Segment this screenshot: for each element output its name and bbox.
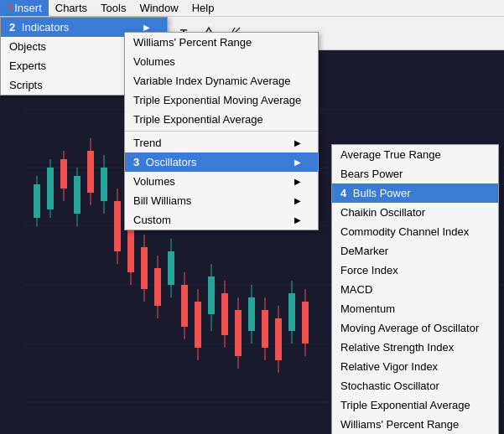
macd-item[interactable]: MACD bbox=[332, 280, 498, 299]
bulls-power-label: Bulls Power bbox=[353, 187, 411, 199]
williams-percent2-item[interactable]: Williams' Percent Range bbox=[332, 415, 498, 434]
bears-power-item[interactable]: Bears Power bbox=[332, 164, 498, 183]
relative-strength-label: Relative Strength Index bbox=[340, 341, 454, 354]
stochastic-label: Stochastic Oscillator bbox=[340, 380, 439, 392]
triple-exponential-ma-item[interactable]: Triple Exponential Moving Average bbox=[125, 90, 318, 110]
menu-charts[interactable]: Charts bbox=[49, 0, 94, 16]
macd-label: MACD bbox=[340, 283, 372, 296]
moving-average-osc-item[interactable]: Moving Average of Oscillator bbox=[332, 318, 498, 338]
triple-exponential-item[interactable]: Triple Exponential Average bbox=[125, 110, 318, 129]
triple-exponential-avg-item[interactable]: Triple Exponential Average bbox=[332, 395, 498, 415]
volumes-item[interactable]: Volumes bbox=[125, 52, 318, 71]
help-label: Help bbox=[192, 2, 215, 14]
chaikin-oscillator-label: Chaikin Oscillator bbox=[340, 206, 425, 219]
indicators-label: Indicators bbox=[22, 21, 69, 34]
trend-item[interactable]: Trend ▶ bbox=[125, 133, 318, 152]
relative-vigor-label: Relative Vigor Index bbox=[340, 360, 438, 373]
insert-label: Insert bbox=[14, 2, 42, 14]
indicators-badge: 2 bbox=[9, 21, 15, 34]
custom-item[interactable]: Custom ▶ bbox=[125, 210, 318, 230]
williams-percent2-label: Williams' Percent Range bbox=[340, 418, 459, 431]
trend-arrow: ▶ bbox=[294, 138, 301, 147]
triple-exponential-avg-label: Triple Exponential Average bbox=[340, 399, 470, 411]
triple-exponential-ma-label: Triple Exponential Moving Average bbox=[133, 94, 301, 106]
commodity-channel-item[interactable]: Commodity Channel Index bbox=[332, 222, 498, 241]
scripts-label: Scripts bbox=[9, 79, 43, 91]
moving-average-osc-label: Moving Average of Oscillator bbox=[340, 322, 479, 334]
indicators-submenu: Williams' Percent Range Volumes Variable… bbox=[124, 32, 319, 230]
commodity-channel-label: Commodity Channel Index bbox=[340, 225, 469, 238]
bill-williams-item[interactable]: Bill Williams ▶ bbox=[125, 191, 318, 210]
custom-arrow: ▶ bbox=[294, 215, 301, 225]
demarker-label: DeMarker bbox=[340, 245, 388, 257]
menu-bar: 1 Insert Charts Tools Window Help bbox=[0, 0, 504, 17]
bulls-power-item[interactable]: 4 Bulls Power bbox=[332, 183, 498, 203]
volumes2-arrow: ▶ bbox=[294, 177, 301, 186]
oscillators-label: Oscillators bbox=[146, 156, 197, 168]
volumes2-label: Volumes bbox=[133, 175, 175, 188]
window-label: Window bbox=[139, 2, 178, 14]
oscillators-badge: 3 bbox=[133, 156, 139, 168]
charts-label: Charts bbox=[55, 2, 87, 14]
williams-percent-item[interactable]: Williams' Percent Range bbox=[125, 33, 318, 52]
oscillators-submenu: Average True Range Bears Power 4 Bulls P… bbox=[331, 144, 499, 434]
average-true-range-item[interactable]: Average True Range bbox=[332, 145, 498, 164]
oscillators-arrow: ▶ bbox=[294, 158, 301, 167]
force-index-item[interactable]: Force Index bbox=[332, 261, 498, 280]
williams-percent-label: Williams' Percent Range bbox=[133, 36, 252, 49]
objects-label: Objects bbox=[9, 40, 46, 53]
experts-label: Experts bbox=[9, 59, 46, 72]
variable-index-label: Variable Index Dynamic Average bbox=[133, 75, 290, 87]
insert-badge: 1 bbox=[7, 2, 13, 14]
menu-window[interactable]: Window bbox=[132, 0, 184, 16]
stochastic-item[interactable]: Stochastic Oscillator bbox=[332, 376, 498, 395]
custom-label: Custom bbox=[133, 214, 171, 226]
indicators-arrow: ▶ bbox=[143, 23, 150, 32]
chaikin-oscillator-item[interactable]: Chaikin Oscillator bbox=[332, 203, 498, 222]
triple-exponential-label: Triple Exponential Average bbox=[133, 113, 263, 126]
volumes2-item[interactable]: Volumes ▶ bbox=[125, 172, 318, 191]
bulls-power-badge: 4 bbox=[340, 187, 346, 199]
variable-index-item[interactable]: Variable Index Dynamic Average bbox=[125, 71, 318, 90]
force-index-label: Force Index bbox=[340, 264, 398, 276]
bears-power-label: Bears Power bbox=[340, 168, 403, 180]
oscillators-item[interactable]: 3 Oscillators ▶ bbox=[125, 152, 318, 172]
menu-tools[interactable]: Tools bbox=[94, 0, 132, 16]
demarker-item[interactable]: DeMarker bbox=[332, 241, 498, 261]
volumes-label: Volumes bbox=[133, 55, 175, 68]
menu-insert[interactable]: 1 Insert bbox=[0, 0, 49, 16]
relative-strength-item[interactable]: Relative Strength Index bbox=[332, 338, 498, 357]
momentum-item[interactable]: Momentum bbox=[332, 299, 498, 318]
bill-williams-label: Bill Williams bbox=[133, 194, 191, 207]
indicators-sep bbox=[125, 131, 318, 132]
relative-vigor-item[interactable]: Relative Vigor Index bbox=[332, 357, 498, 376]
momentum-label: Momentum bbox=[340, 302, 395, 315]
trend-label: Trend bbox=[133, 137, 161, 149]
bill-williams-arrow: ▶ bbox=[294, 196, 301, 205]
tools-label: Tools bbox=[101, 2, 126, 14]
average-true-range-label: Average True Range bbox=[340, 148, 441, 161]
menu-help[interactable]: Help bbox=[185, 0, 221, 16]
